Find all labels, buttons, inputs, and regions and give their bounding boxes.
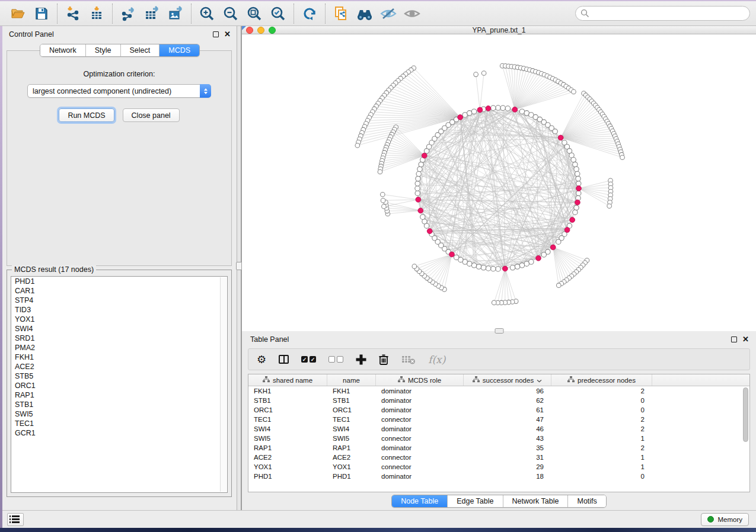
sort-desc-icon <box>537 377 542 384</box>
zoom-fit-icon <box>246 5 263 22</box>
table-cell: connector <box>376 462 464 472</box>
search-input[interactable] <box>589 9 745 18</box>
table-cell: STB1 <box>327 396 376 405</box>
tab-select[interactable]: Select <box>121 44 160 56</box>
toolbar-separator <box>57 4 58 24</box>
import-table-button[interactable] <box>85 4 109 24</box>
zoom-out-button[interactable] <box>219 4 243 24</box>
table-row[interactable]: PHD1PHD1dominator180 <box>248 472 742 481</box>
mcds-result-item[interactable]: SWI5 <box>11 409 227 419</box>
table-tab-node-table[interactable]: Node Table <box>392 495 448 507</box>
mcds-result-item[interactable]: GCR1 <box>11 428 227 438</box>
float-panel-icon[interactable] <box>213 31 219 37</box>
table-cell: dominator <box>376 405 464 415</box>
criterion-dropdown[interactable]: largest connected component (undirected) <box>27 84 211 98</box>
horizontal-splitter-handle[interactable] <box>495 328 503 334</box>
table-row[interactable]: TEC1TEC1connector472 <box>248 415 742 424</box>
table-cell: 31 <box>464 453 551 462</box>
mcds-result-group: MCDS result (17 nodes) PHD1CAR1STP4TID3Y… <box>7 270 232 497</box>
network-canvas[interactable] <box>242 34 756 331</box>
table-options-gear-icon[interactable]: ⚙ <box>257 353 266 366</box>
network-titlebar[interactable]: YPA_prune.txt_1 <box>242 26 756 34</box>
mcds-result-list[interactable]: PHD1CAR1STP4TID3YOX1SWI4SRD1PMA2FKH1ACE2… <box>11 276 228 493</box>
zoom-selected-button[interactable] <box>266 4 290 24</box>
table-cell: FKH1 <box>248 386 327 396</box>
column-header-shared-name[interactable]: shared name <box>248 374 327 386</box>
close-table-panel-icon[interactable]: ✕ <box>742 336 749 342</box>
table-scrollbar[interactable] <box>743 386 748 491</box>
hide-selected-button[interactable] <box>377 4 400 24</box>
export-network-button[interactable] <box>116 4 140 24</box>
table-cell: ACE2 <box>248 453 327 462</box>
delete-row-trash-icon[interactable] <box>378 354 389 366</box>
table-row[interactable]: FKH1FKH1dominator962 <box>248 386 742 396</box>
add-row-icon[interactable] <box>356 354 366 364</box>
table-scrollbar-thumb[interactable] <box>743 387 748 442</box>
tab-style[interactable]: Style <box>86 44 121 56</box>
float-table-panel-icon[interactable] <box>731 336 737 342</box>
column-header-name[interactable]: name <box>327 374 376 386</box>
zoom-in-button[interactable] <box>195 4 219 24</box>
export-image-button[interactable] <box>164 4 187 24</box>
mcds-result-item[interactable]: YOX1 <box>11 315 227 324</box>
open-file-button[interactable] <box>6 4 30 24</box>
tab-network[interactable]: Network <box>40 44 86 56</box>
show-columns-icon[interactable] <box>279 355 289 364</box>
column-header-successor-nodes[interactable]: successor nodes <box>464 374 551 386</box>
table-row[interactable]: SWI4SWI4dominator462 <box>248 424 742 434</box>
memory-status-icon <box>707 516 714 523</box>
mcds-list-scrollbar[interactable] <box>220 277 227 492</box>
first-neighbors-button[interactable] <box>353 4 377 24</box>
mcds-result-item[interactable]: SWI4 <box>11 324 227 334</box>
table-row[interactable]: STB1STB1dominator620 <box>248 396 742 405</box>
mcds-result-item[interactable]: CAR1 <box>11 286 227 296</box>
mcds-result-item[interactable]: STB1 <box>11 400 227 409</box>
show-all-button[interactable] <box>400 4 424 24</box>
save-session-button[interactable] <box>30 4 53 24</box>
close-panel-icon[interactable]: ✕ <box>224 31 231 37</box>
select-all-checks-icon[interactable]: ✓✓ <box>301 356 316 363</box>
mcds-result-item[interactable]: STB5 <box>11 371 227 381</box>
refresh-button[interactable] <box>298 4 321 24</box>
column-header-predecessor-nodes[interactable]: predecessor nodes <box>551 374 652 386</box>
mcds-result-item[interactable]: RAP1 <box>11 390 227 400</box>
table-body[interactable]: FKH1FKH1dominator962STB1STB1dominator620… <box>248 386 742 492</box>
table-tab-network-table[interactable]: Network Table <box>503 495 569 507</box>
table-tab-edge-table[interactable]: Edge Table <box>448 495 503 507</box>
task-history-button[interactable] <box>7 513 24 526</box>
table-row[interactable]: ORC1ORC1dominator610 <box>248 405 742 415</box>
mcds-result-item[interactable]: PHD1 <box>11 277 227 286</box>
close-panel-button[interactable]: Close panel <box>123 108 180 122</box>
table-panel-title: Table Panel <box>250 335 289 344</box>
memory-button[interactable]: Memory <box>701 513 749 526</box>
table-row[interactable]: RAP1RAP1dominator352 <box>248 443 742 453</box>
tab-mcds[interactable]: MCDS <box>160 44 199 56</box>
network-graph[interactable] <box>242 34 756 331</box>
mcds-result-item[interactable]: FKH1 <box>11 352 227 362</box>
mcds-result-item[interactable]: TEC1 <box>11 419 227 428</box>
table-tab-motifs[interactable]: Motifs <box>568 495 605 507</box>
table-row[interactable]: ACE2ACE2connector311 <box>248 453 742 462</box>
table-cell: dominator <box>376 472 464 481</box>
import-network-button[interactable] <box>61 4 85 24</box>
vertical-splitter[interactable] <box>237 26 241 510</box>
node-table[interactable]: shared namenameMCDS rolesuccessor nodesp… <box>248 374 750 492</box>
attribute-type-icon <box>398 376 405 384</box>
mcds-result-item[interactable]: ORC1 <box>11 381 227 390</box>
mcds-result-item[interactable]: TID3 <box>11 305 227 315</box>
run-mcds-button[interactable]: Run MCDS <box>59 108 114 122</box>
column-header-MCDS-role[interactable]: MCDS role <box>376 374 464 386</box>
table-row[interactable]: YOX1YOX1connector291 <box>248 462 742 472</box>
clone-network-button[interactable] <box>329 4 353 24</box>
mcds-result-item[interactable]: ACE2 <box>11 362 227 371</box>
deselect-all-checks-icon[interactable] <box>328 356 343 363</box>
mcds-result-item[interactable]: PMA2 <box>11 343 227 352</box>
mcds-result-item[interactable]: STP4 <box>11 296 227 305</box>
table-cell: RAP1 <box>327 443 376 453</box>
export-table-button[interactable] <box>140 4 164 24</box>
attribute-type-icon <box>567 376 575 384</box>
search-box[interactable] <box>575 6 750 21</box>
mcds-result-item[interactable]: SRD1 <box>11 334 227 343</box>
table-row[interactable]: SWI5SWI5connector431 <box>248 434 742 443</box>
zoom-fit-button[interactable] <box>243 4 266 24</box>
